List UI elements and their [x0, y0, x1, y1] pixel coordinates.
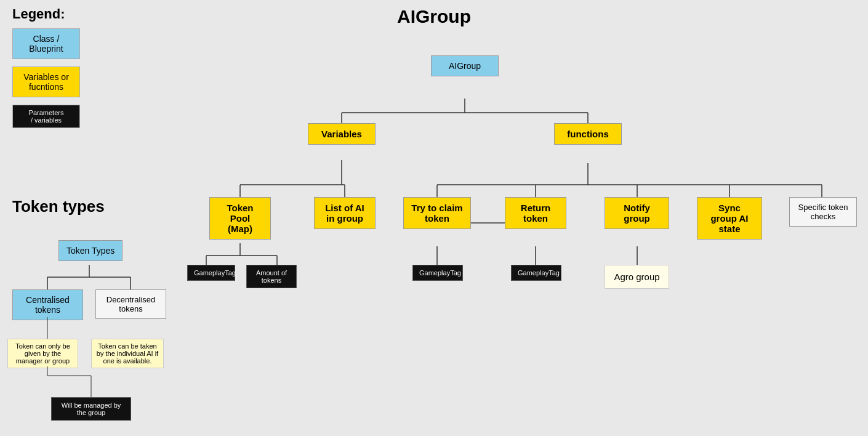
try-claim-node: Try to claim token: [403, 197, 471, 229]
sync-group-node: Sync group AI state: [697, 197, 762, 240]
aigroup-root-node: AIGroup: [431, 55, 499, 76]
page-title: AIGroup: [0, 6, 868, 27]
gameplay-tag-3-node: GameplayTag: [511, 265, 561, 281]
gameplay-tag-1-node: GameplayTag: [187, 265, 235, 281]
managed-group-node: Will be managed by the group: [51, 397, 131, 421]
agro-group-node: Agro group: [605, 265, 669, 289]
token-types-section: Token types: [12, 197, 105, 228]
legend-parameters: Parameters / variables: [12, 105, 80, 128]
list-ai-node: List of AI in group: [314, 197, 376, 229]
notify-group-node: Notify group: [605, 197, 669, 229]
centralised-desc: Token can only be given by the manager o…: [7, 339, 78, 368]
token-types-node: Token Types: [58, 240, 123, 261]
legend-variables: Variables or fucntions: [12, 67, 80, 97]
token-types-title: Token types: [12, 197, 105, 216]
legend-class-blueprint: Class / Blueprint: [12, 28, 80, 59]
legend-section: Legend: Class / Blueprint Variables or f…: [12, 6, 80, 134]
token-pool-node: Token Pool (Map): [209, 197, 271, 240]
amount-tokens-node: Amount of tokens: [246, 265, 297, 288]
functions-node: functions: [554, 123, 622, 145]
legend-title: Legend:: [12, 6, 80, 22]
decentralised-desc: Token can be taken by the individual AI …: [91, 339, 164, 368]
variables-node: Variables: [308, 123, 376, 145]
centralised-node: Centralised tokens: [12, 289, 83, 320]
return-token-node: Return token: [505, 197, 566, 229]
gameplay-tag-2-node: GameplayTag: [412, 265, 463, 281]
specific-token-node: Specific token checks: [789, 197, 857, 227]
decentralised-node: Decentralised tokens: [95, 289, 166, 319]
